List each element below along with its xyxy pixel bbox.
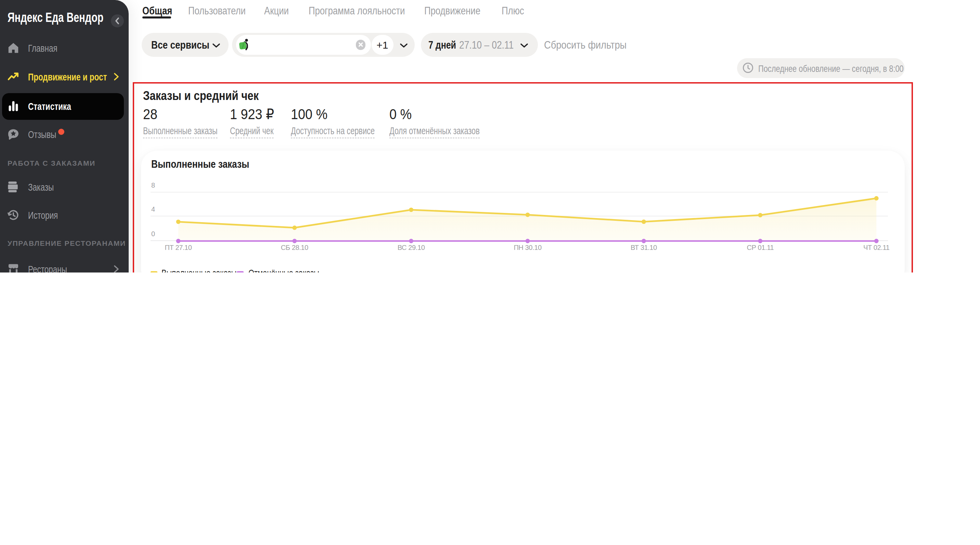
svg-text:ЧТ 02.11: ЧТ 02.11 xyxy=(863,244,890,251)
svg-text:СР 01.11: СР 01.11 xyxy=(747,244,774,251)
svg-text:4: 4 xyxy=(151,206,155,213)
svg-text:0: 0 xyxy=(151,230,155,237)
svg-text:ПН 30.10: ПН 30.10 xyxy=(514,244,542,251)
svg-text:8: 8 xyxy=(151,182,155,189)
svg-text:ПТ 27.10: ПТ 27.10 xyxy=(165,244,192,251)
svg-text:ВТ 31.10: ВТ 31.10 xyxy=(631,244,657,251)
svg-text:СБ 28.10: СБ 28.10 xyxy=(281,244,308,251)
svg-text:ВС 29.10: ВС 29.10 xyxy=(398,244,425,251)
